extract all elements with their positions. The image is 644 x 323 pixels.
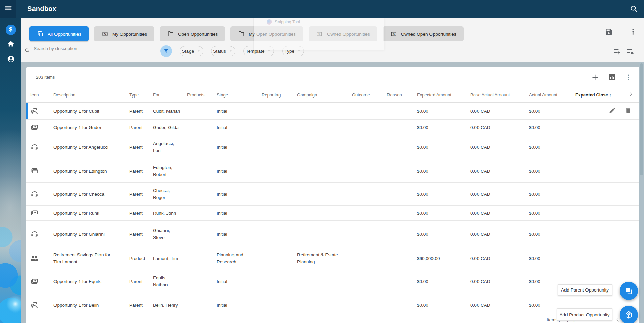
table-row-10[interactable]: Opportunity 1 for BelinParentBelin, Henr… (26, 293, 639, 317)
filter-chip-status[interactable]: Status (211, 46, 235, 56)
cell-type: Parent (129, 167, 152, 174)
cell-expected-amount: $0.00 (417, 278, 464, 285)
caret-down-icon (228, 49, 233, 53)
cell-description: Opportunity 1 for Angelucci (53, 144, 125, 151)
cell-for: Lamont, Tim (153, 255, 184, 262)
cell-type: Parent (129, 230, 152, 237)
cell-stage: Planning and Research (217, 251, 257, 265)
cell-for: Grider, Gilda (153, 124, 184, 131)
add-item-button[interactable] (591, 73, 599, 81)
cell-for: Equils, Nathan (153, 274, 184, 288)
view-tab-open-opportunities[interactable]: Open Opportunities (160, 26, 225, 41)
view-tab-owned-open-opportunities[interactable]: $Owned Open Opportunities (383, 26, 464, 41)
cell-expected-amount: $0.00 (417, 301, 464, 308)
cell-description: Opportunity 1 for Checca (53, 191, 125, 198)
payments-icon (30, 209, 39, 217)
table-row-9[interactable]: Opportunity 1 for EquilsParentEquils, Na… (26, 270, 639, 293)
view-tab-label: Open Opportunities (178, 31, 218, 37)
view-options-kebab-button[interactable] (629, 28, 637, 36)
cell-description: Opportunity 1 for Runk (53, 210, 125, 217)
cell-for: Belin, Henry (153, 301, 184, 308)
column-header-actual-amount[interactable]: Actual Amount (529, 92, 557, 98)
cell-actual-amount: $0.00 (529, 191, 570, 198)
table-row-3[interactable]: Opportunity 1 for AngelucciParentAngeluc… (26, 135, 639, 159)
cell-base-actual-amount: 0.00 CAD (470, 301, 518, 308)
table-row-5[interactable]: Opportunity 1 for CheccaParentChecca, Ro… (26, 183, 639, 206)
headset-icon (30, 190, 39, 198)
tooltip-add-product-opportunity: Add Product Opportunity (557, 308, 612, 321)
cell-description: Opportunity 1 for Equils (53, 278, 125, 285)
cell-type: Parent (129, 191, 152, 198)
money-box-icon: $ (390, 30, 397, 37)
payments-icon (30, 123, 39, 131)
snipping-tool-ghost-window: Snipping Tool (254, 17, 384, 50)
rail-item-opportunities[interactable]: $ (0, 22, 21, 37)
cell-description: Opportunity 1 for Ghianni (53, 230, 125, 237)
add-parent-opportunity-fab[interactable] (620, 282, 638, 300)
menu-button[interactable] (0, 0, 16, 18)
cell-actual-amount: $0.00 (529, 278, 570, 285)
search-input[interactable] (34, 46, 139, 51)
column-header-description[interactable]: Description (53, 92, 75, 98)
column-header-stage[interactable]: Stage (217, 92, 228, 98)
cell-description: Opportunity 1 for Cubit (53, 107, 125, 114)
cell-type: Parent (129, 107, 152, 114)
column-header-expected-close[interactable]: Expected Close ↑ (575, 92, 612, 98)
column-header-outcome[interactable]: Outcome (352, 92, 370, 98)
column-header-base-actual-amount[interactable]: Base Actual Amount (470, 92, 510, 98)
edit-pencil-icon[interactable] (609, 107, 616, 115)
cell-actual-amount: $0.00 (529, 255, 570, 262)
group-icon (30, 254, 39, 262)
cell-base-actual-amount: 0.00 CAD (470, 167, 518, 174)
rail-item-account[interactable] (0, 52, 21, 67)
delete-trash-icon[interactable] (625, 107, 632, 115)
column-header-icon[interactable]: Icon (30, 92, 39, 98)
remove-from-list-icon-button[interactable] (626, 47, 635, 56)
table-row-4[interactable]: Opportunity 1 for EdingtonParentEdington… (26, 159, 639, 183)
column-header-reason[interactable]: Reason (387, 92, 402, 98)
top-app-bar: Sandbox (0, 0, 644, 18)
list-options-kebab-button[interactable] (625, 73, 633, 81)
person-icon (7, 55, 15, 64)
column-header-campaign[interactable]: Campaign (297, 92, 317, 98)
table-row-2[interactable]: Opportunity 1 for GriderParentGrider, Gi… (26, 120, 639, 135)
save-view-button[interactable] (605, 28, 613, 36)
column-header-products[interactable]: Products (187, 92, 204, 98)
caret-down-icon (196, 49, 201, 53)
home-icon (7, 40, 15, 49)
add-to-list-icon-button[interactable] (613, 47, 621, 56)
column-header-type[interactable]: Type (129, 92, 139, 98)
global-search-button[interactable] (630, 5, 638, 13)
cell-actual-amount: $0.00 (529, 230, 570, 237)
cell-base-actual-amount: 0.00 CAD (470, 278, 518, 285)
cell-for: Runk, John (153, 210, 184, 217)
saved-view-tabs: All Opportunities$My OpportunitiesOpen O… (29, 26, 464, 41)
chart-view-button[interactable] (608, 73, 616, 81)
filter-chip-stage[interactable]: Stage (180, 46, 203, 56)
table-row-6[interactable]: Opportunity 1 for RunkParentRunk, JohnIn… (26, 206, 639, 221)
column-header-expected-amount[interactable]: Expected Amount (417, 92, 451, 98)
cell-for: Checca, Roger (153, 187, 184, 201)
view-tab-label: All Opportunities (48, 31, 81, 37)
cell-stage: Initial (217, 191, 257, 198)
more-columns-chevron[interactable] (628, 91, 634, 98)
add-product-opportunity-fab[interactable] (620, 306, 638, 323)
cell-type: Product (129, 255, 152, 262)
column-header-reporting[interactable]: Reporting (262, 92, 281, 98)
feed-icon (37, 30, 44, 37)
table-row-1[interactable]: Opportunity 1 for CubitParentCubit, Mari… (26, 103, 639, 120)
money-box-icon: $ (102, 30, 108, 37)
view-tab-all-opportunities[interactable]: All Opportunities (29, 26, 89, 41)
tooltip-add-parent-opportunity: Add Parent Opportunity (558, 284, 612, 296)
cell-for: Edington, Robert (153, 164, 184, 178)
table-row-7[interactable]: Opportunity 1 for GhianniParentGhianni, … (26, 221, 639, 247)
filter-funnel-button[interactable] (160, 45, 172, 57)
headset-icon (30, 230, 39, 238)
column-header-for[interactable]: For (153, 92, 160, 98)
vertical-scrollbar[interactable] (639, 62, 644, 323)
cell-description: Retirement Savings Plan for Tim Lamont (53, 251, 125, 265)
scrollbar-thumb[interactable] (640, 63, 643, 175)
rail-item-home[interactable] (0, 37, 21, 52)
table-row-8[interactable]: Retirement Savings Plan for Tim LamontPr… (26, 247, 639, 270)
view-tab-my-opportunities[interactable]: $My Opportunities (94, 26, 154, 41)
